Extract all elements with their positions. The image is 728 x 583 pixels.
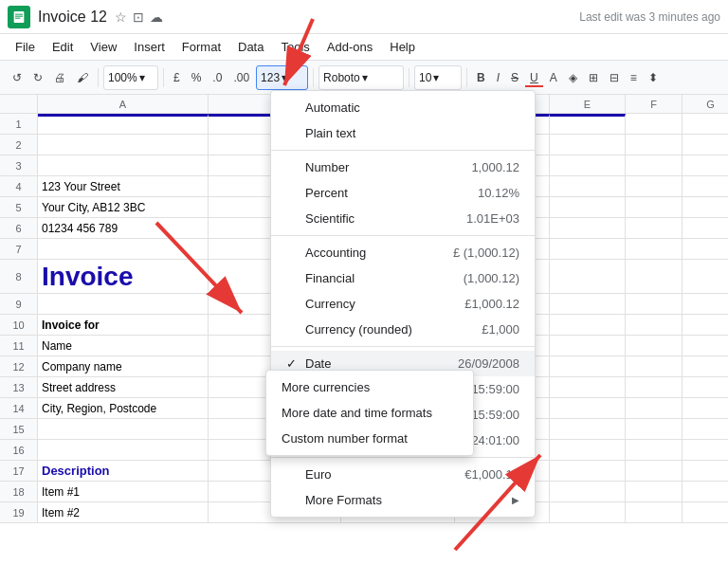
cell[interactable] (682, 502, 728, 522)
cell[interactable] (682, 260, 728, 293)
cell[interactable] (550, 482, 626, 501)
col-header-a[interactable]: A (38, 95, 209, 113)
cell[interactable] (550, 440, 626, 460)
invoice-for-label[interactable]: Invoice for (38, 315, 209, 335)
cell[interactable] (682, 440, 728, 460)
cell[interactable] (626, 197, 682, 217)
font-select[interactable]: Roboto ▾ (318, 65, 404, 90)
dropdown-currency[interactable]: Currency £1,000.12 (271, 291, 535, 317)
doc-title[interactable]: Invoice 12 (38, 9, 107, 26)
redo-btn[interactable]: ↻ (28, 68, 47, 87)
dropdown-number[interactable]: Number 1,000.12 (271, 155, 535, 180)
cell[interactable] (626, 155, 682, 175)
cell[interactable] (682, 114, 728, 134)
dropdown-financial[interactable]: Financial (1,000.12) (271, 265, 535, 291)
menu-data[interactable]: Data (230, 37, 271, 57)
cell[interactable] (38, 135, 209, 155)
cell[interactable] (682, 197, 728, 217)
cell[interactable] (626, 356, 682, 376)
cell[interactable] (682, 377, 728, 397)
cell[interactable] (38, 114, 209, 134)
menu-file[interactable]: File (8, 37, 43, 57)
more-date-time-item[interactable]: More date and time formats (266, 400, 473, 426)
cell[interactable] (626, 377, 682, 397)
cell[interactable] (626, 239, 682, 259)
cell[interactable] (626, 176, 682, 196)
star-icon[interactable]: ☆ (115, 9, 127, 25)
fill-btn[interactable]: ◈ (564, 68, 582, 87)
address-phone[interactable]: 01234 456 789 (38, 218, 209, 238)
cell[interactable] (626, 419, 682, 439)
cell[interactable] (550, 176, 626, 196)
cell[interactable] (550, 294, 626, 314)
custom-number-item[interactable]: Custom number format (266, 426, 473, 451)
decimal-up-btn[interactable]: .00 (228, 68, 254, 87)
zoom-select[interactable]: 100% ▾ (103, 65, 158, 90)
folder-icon[interactable]: ⊡ (133, 9, 144, 25)
address-city[interactable]: Your City, AB12 3BC (38, 197, 209, 217)
valign-btn[interactable]: ⬍ (644, 68, 663, 87)
cell[interactable] (682, 482, 728, 501)
cell[interactable] (550, 356, 626, 376)
col-header-f[interactable]: F (626, 95, 682, 113)
cell[interactable] (626, 482, 682, 501)
undo-btn[interactable]: ↺ (8, 68, 27, 87)
color-btn[interactable]: A (545, 68, 562, 87)
menu-view[interactable]: View (82, 37, 124, 57)
dropdown-euro[interactable]: Euro €1,000.12 (271, 462, 535, 487)
cell[interactable] (550, 260, 626, 293)
more-currencies-item[interactable]: More currencies (266, 374, 473, 400)
cell[interactable] (682, 315, 728, 335)
menu-edit[interactable]: Edit (45, 37, 81, 57)
underline-btn[interactable]: U (525, 68, 543, 87)
cell[interactable] (682, 218, 728, 238)
cell[interactable] (626, 294, 682, 314)
cell[interactable] (682, 155, 728, 175)
percent-btn[interactable]: % (187, 68, 207, 87)
decimal-down-btn[interactable]: .0 (208, 68, 227, 87)
cell[interactable] (550, 398, 626, 418)
cell[interactable]: Name (38, 336, 209, 355)
col-header-g[interactable]: G (682, 95, 728, 113)
paintformat-btn[interactable]: 🖌 (72, 68, 93, 87)
item2-cell[interactable]: Item #2 (38, 502, 209, 522)
cell[interactable] (38, 155, 209, 175)
currency-btn[interactable]: £ (169, 68, 185, 87)
cell[interactable] (550, 239, 626, 259)
cell[interactable] (626, 502, 682, 522)
item1-cell[interactable]: Item #1 (38, 482, 209, 501)
cell[interactable] (682, 294, 728, 314)
dropdown-automatic[interactable]: Automatic (271, 95, 535, 120)
font-size-select[interactable]: 10 ▾ (414, 65, 462, 90)
italic-btn[interactable]: I (492, 68, 504, 87)
cell[interactable] (626, 260, 682, 293)
cell[interactable]: City, Region, Postcode (38, 398, 209, 418)
print-btn[interactable]: 🖨 (49, 68, 70, 87)
menu-tools[interactable]: Tools (273, 37, 317, 57)
cell[interactable] (682, 135, 728, 155)
cell[interactable] (682, 356, 728, 376)
cell[interactable] (682, 239, 728, 259)
cell[interactable]: Street address (38, 377, 209, 397)
cell[interactable] (38, 294, 209, 314)
description-header[interactable]: Description (38, 461, 209, 481)
cell[interactable] (550, 315, 626, 335)
cell[interactable] (550, 218, 626, 238)
cell[interactable] (550, 377, 626, 397)
cell[interactable] (550, 114, 626, 134)
cell[interactable] (550, 502, 626, 522)
dropdown-more-formats[interactable]: More Formats (271, 487, 535, 513)
cell[interactable] (626, 135, 682, 155)
dropdown-plain-text[interactable]: Plain text (271, 120, 535, 146)
address-street[interactable]: 123 Your Street (38, 176, 209, 196)
menu-format[interactable]: Format (174, 37, 228, 57)
strikethrough-btn[interactable]: S (506, 68, 523, 87)
cell[interactable] (626, 114, 682, 134)
dropdown-accounting[interactable]: Accounting £ (1,000.12) (271, 240, 535, 265)
menu-addons[interactable]: Add-ons (319, 37, 380, 57)
cell[interactable] (38, 239, 209, 259)
menu-insert[interactable]: Insert (126, 37, 173, 57)
cell[interactable] (38, 440, 209, 460)
cell[interactable] (626, 398, 682, 418)
merge-btn[interactable]: ⊟ (605, 68, 624, 87)
